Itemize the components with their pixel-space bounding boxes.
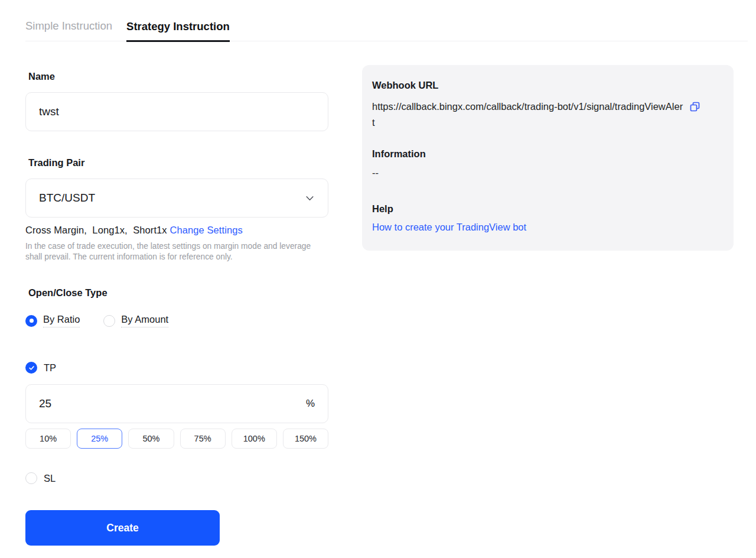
tradingview-help-link[interactable]: How to create your TradingView bot (372, 222, 526, 233)
radio-unselected-icon (103, 315, 115, 327)
change-settings-link[interactable]: Change Settings (170, 225, 243, 235)
chip-150[interactable]: 150% (283, 429, 328, 449)
trading-pair-select[interactable]: BTC/USDT (25, 179, 328, 218)
sl-checkbox-unchecked-icon (25, 472, 37, 484)
tp-checkbox-checked-icon (25, 362, 37, 374)
chip-10[interactable]: 10% (25, 429, 71, 449)
radio-by-ratio[interactable]: By Ratio (25, 314, 80, 327)
name-label: Name (28, 71, 328, 82)
help-title: Help (372, 203, 722, 215)
by-ratio-label: By Ratio (43, 314, 80, 327)
margin-settings-text: Cross Margin, Long1x, Short1x (25, 225, 170, 235)
instruction-tabs: Simple Instruction Strategy Instruction (25, 0, 748, 41)
sl-checkbox-row[interactable]: SL (25, 472, 328, 484)
open-close-options: By Ratio By Amount (25, 314, 328, 327)
sl-label: SL (44, 473, 56, 484)
trading-pair-value: BTC/USDT (39, 192, 95, 205)
name-input[interactable] (39, 105, 315, 118)
radio-selected-icon (25, 315, 37, 327)
tp-checkbox-row[interactable]: TP (25, 362, 328, 374)
information-value: -- (372, 167, 722, 179)
webhook-url-text: https://callback.bingx.com/callback/trad… (372, 99, 684, 131)
name-input-box (25, 92, 328, 131)
create-button[interactable]: Create (25, 510, 220, 546)
trading-pair-label: Trading Pair (28, 157, 328, 168)
tp-preset-chips: 10% 25% 50% 75% 100% 150% (25, 429, 328, 449)
margin-settings-line: Cross Margin, Long1x, Short1x Change Set… (25, 225, 328, 236)
webhook-url-title: Webhook URL (372, 80, 722, 91)
webhook-info-panel: Webhook URL https://callback.bingx.com/c… (362, 65, 734, 251)
tab-simple-instruction[interactable]: Simple Instruction (25, 20, 112, 41)
chip-25[interactable]: 25% (77, 429, 122, 449)
tp-label: TP (44, 362, 56, 374)
radio-by-amount[interactable]: By Amount (103, 314, 168, 327)
tp-value-box: % (25, 384, 328, 423)
strategy-form: Name Trading Pair BTC/USDT Cross Margin,… (25, 41, 328, 546)
information-title: Information (372, 148, 722, 160)
main-content: Name Trading Pair BTC/USDT Cross Margin,… (0, 41, 756, 546)
chevron-down-icon (305, 193, 315, 203)
chip-50[interactable]: 50% (128, 429, 174, 449)
by-amount-label: By Amount (121, 314, 168, 327)
chip-100[interactable]: 100% (232, 429, 277, 449)
margin-note: In the case of trade execution, the late… (25, 241, 324, 262)
tp-percent-unit: % (306, 398, 315, 410)
tp-value-input[interactable] (39, 397, 306, 410)
tab-strategy-instruction[interactable]: Strategy Instruction (126, 20, 230, 42)
webhook-url-row: https://callback.bingx.com/callback/trad… (372, 99, 722, 131)
copy-icon[interactable] (689, 101, 700, 115)
open-close-type-label: Open/Close Type (28, 287, 328, 299)
chip-75[interactable]: 75% (180, 429, 226, 449)
